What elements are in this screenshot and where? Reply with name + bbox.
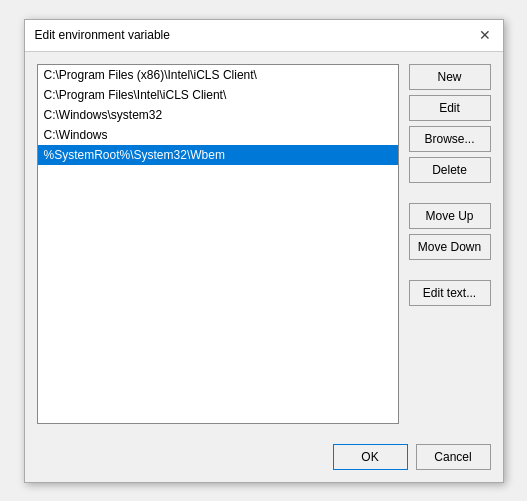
edit-button[interactable]: Edit <box>409 95 491 121</box>
spacer1 <box>409 188 491 198</box>
spacer2 <box>409 265 491 275</box>
list-item[interactable]: C:\Windows <box>38 125 398 145</box>
list-item[interactable]: C:\Program Files (x86)\Intel\iCLS Client… <box>38 65 398 85</box>
edit-text-button[interactable]: Edit text... <box>409 280 491 306</box>
close-button[interactable]: ✕ <box>477 27 493 43</box>
ok-button[interactable]: OK <box>333 444 408 470</box>
list-item[interactable]: C:\Windows\system32 <box>38 105 398 125</box>
delete-button[interactable]: Delete <box>409 157 491 183</box>
edit-env-variable-dialog: Edit environment variable ✕ C:\Program F… <box>24 19 504 483</box>
buttons-panel: New Edit Browse... Delete Move Up Move D… <box>409 64 491 424</box>
list-item[interactable]: C:\Program Files\Intel\iCLS Client\ <box>38 85 398 105</box>
env-variable-list[interactable]: C:\Program Files (x86)\Intel\iCLS Client… <box>37 64 399 424</box>
dialog-body: C:\Program Files (x86)\Intel\iCLS Client… <box>25 52 503 436</box>
move-down-button[interactable]: Move Down <box>409 234 491 260</box>
title-bar: Edit environment variable ✕ <box>25 20 503 52</box>
new-button[interactable]: New <box>409 64 491 90</box>
dialog-footer: OK Cancel <box>25 436 503 482</box>
move-up-button[interactable]: Move Up <box>409 203 491 229</box>
dialog-title: Edit environment variable <box>35 28 170 42</box>
list-item[interactable]: %SystemRoot%\System32\Wbem <box>38 145 398 165</box>
cancel-button[interactable]: Cancel <box>416 444 491 470</box>
browse-button[interactable]: Browse... <box>409 126 491 152</box>
